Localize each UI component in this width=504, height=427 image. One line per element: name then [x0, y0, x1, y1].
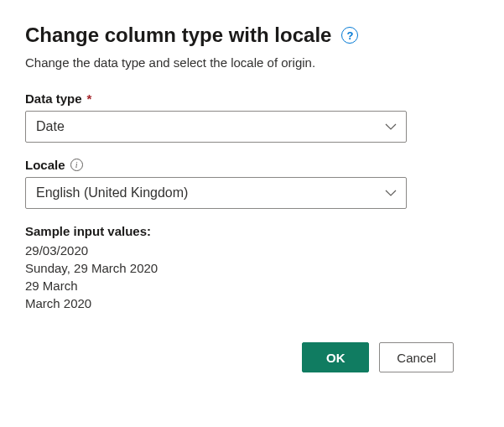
locale-label: Locale [25, 158, 65, 172]
locale-value: English (United Kingdom) [36, 185, 188, 200]
required-asterisk: * [87, 91, 92, 106]
locale-field: Locale i English (United Kingdom) [25, 158, 479, 209]
dialog-header: Change column type with locale ? [25, 23, 479, 47]
data-type-label: Data type [25, 91, 82, 106]
sample-section: Sample input values: 29/03/2020 Sunday, … [25, 224, 479, 310]
help-icon[interactable]: ? [341, 27, 358, 44]
chevron-down-icon [384, 186, 397, 200]
locale-label-row: Locale i [25, 158, 479, 172]
data-type-select[interactable]: Date [25, 111, 407, 143]
button-row: OK Cancel [25, 342, 479, 372]
sample-item: Sunday, 29 March 2020 [25, 261, 479, 275]
sample-list: 29/03/2020 Sunday, 29 March 2020 29 Marc… [25, 243, 479, 310]
data-type-value: Date [36, 119, 65, 134]
sample-item: 29 March [25, 279, 479, 293]
sample-label: Sample input values: [25, 224, 479, 238]
chevron-down-icon [384, 120, 397, 133]
locale-select[interactable]: English (United Kingdom) [25, 177, 407, 209]
data-type-field: Data type * Date [25, 91, 479, 143]
info-icon[interactable]: i [70, 159, 83, 171]
sample-item: 29/03/2020 [25, 243, 479, 258]
ok-button[interactable]: OK [302, 342, 369, 372]
dialog-subtitle: Change the data type and select the loca… [25, 55, 479, 70]
sample-item: March 2020 [25, 296, 479, 310]
dialog-title: Change column type with locale [25, 23, 331, 47]
cancel-button[interactable]: Cancel [379, 342, 454, 372]
data-type-label-row: Data type * [25, 91, 479, 106]
